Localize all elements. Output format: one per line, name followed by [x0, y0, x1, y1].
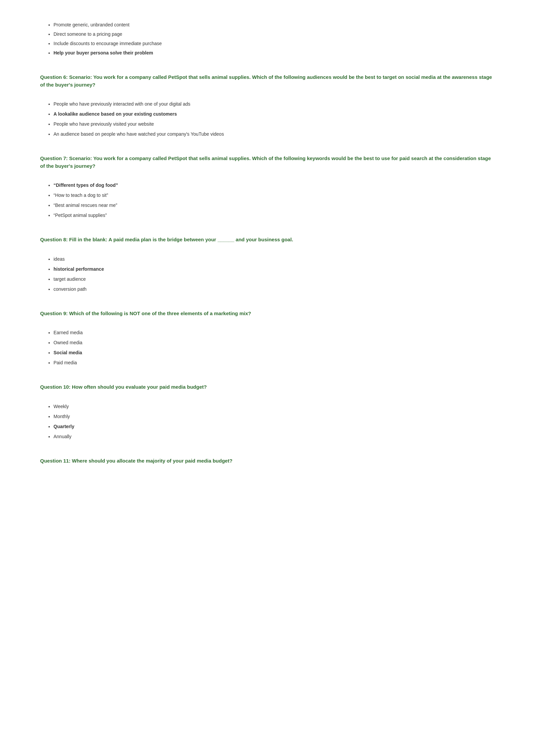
q9-answer-3-correct: Social media — [54, 348, 495, 357]
q9-answer-2: Owned media — [54, 338, 495, 347]
question-10-answers: Weekly Monthly Quarterly Annually — [40, 402, 495, 441]
intro-item-2: Direct someone to a pricing page — [54, 29, 495, 39]
question-9-text: Question 9: Which of the following is NO… — [40, 310, 495, 318]
question-8-answers: ideas historical performance target audi… — [40, 254, 495, 294]
question-8-text: Question 8: Fill in the blank: A paid me… — [40, 236, 495, 244]
question-10-section: Question 10: How often should you evalua… — [40, 383, 495, 441]
q6-answer-1: People who have previously interacted wi… — [54, 99, 495, 109]
question-8-section: Question 8: Fill in the blank: A paid me… — [40, 236, 495, 294]
question-11-section: Question 11: Where should you allocate t… — [40, 457, 495, 465]
q9-answer-1: Earned media — [54, 328, 495, 337]
intro-list: Promote generic, unbranded content Direc… — [40, 20, 495, 57]
question-11-text: Question 11: Where should you allocate t… — [40, 457, 495, 465]
q10-answer-3-correct: Quarterly — [54, 422, 495, 431]
q8-answer-1: ideas — [54, 254, 495, 264]
q6-answer-4: An audience based on people who have wat… — [54, 129, 495, 139]
question-7-answers: “Different types of dog food” “How to te… — [40, 180, 495, 220]
q9-answer-4: Paid media — [54, 358, 495, 367]
q8-answer-2-correct: historical performance — [54, 264, 495, 274]
question-6-section: Question 6: Scenario: You work for a com… — [40, 74, 495, 139]
q10-answer-2: Monthly — [54, 412, 495, 421]
q10-answer-1: Weekly — [54, 402, 495, 411]
question-6-text: Question 6: Scenario: You work for a com… — [40, 74, 495, 89]
intro-item-3: Include discounts to encourage immediate… — [54, 39, 495, 48]
q7-answer-1-correct: “Different types of dog food” — [54, 180, 495, 190]
question-10-text: Question 10: How often should you evalua… — [40, 383, 495, 391]
q6-answer-2-correct: A lookalike audience based on your exist… — [54, 109, 495, 119]
question-7-section: Question 7: Scenario: You work for a com… — [40, 155, 495, 220]
intro-section: Promote generic, unbranded content Direc… — [40, 20, 495, 57]
q8-answer-3: target audience — [54, 274, 495, 284]
q7-answer-4: “PetSpot animal supplies” — [54, 211, 495, 220]
q7-answer-3: “Best animal rescues near me” — [54, 201, 495, 210]
q8-answer-4: conversion path — [54, 284, 495, 294]
q10-answer-4: Annually — [54, 432, 495, 441]
question-6-answers: People who have previously interacted wi… — [40, 99, 495, 139]
q6-answer-3: People who have previously visited your … — [54, 119, 495, 129]
question-7-text: Question 7: Scenario: You work for a com… — [40, 155, 495, 170]
question-9-answers: Earned media Owned media Social media Pa… — [40, 328, 495, 367]
q7-answer-2: “How to teach a dog to sit” — [54, 191, 495, 200]
intro-item-4-correct: Help your buyer persona solve their prob… — [54, 48, 495, 57]
intro-item-1: Promote generic, unbranded content — [54, 20, 495, 29]
question-9-section: Question 9: Which of the following is NO… — [40, 310, 495, 368]
